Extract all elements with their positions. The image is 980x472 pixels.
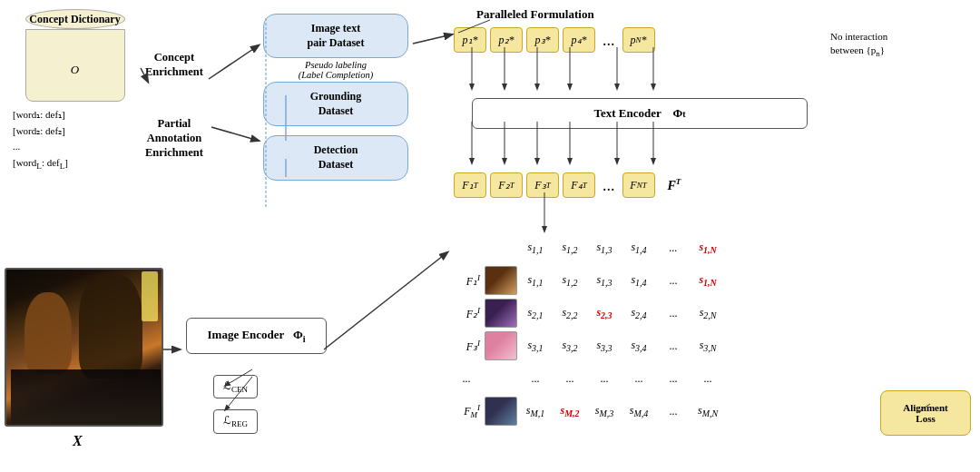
dict-entry-2: [word₂: def₂] (13, 123, 141, 140)
partial-annotation-label: PartialAnnotationEnrichment (145, 116, 203, 161)
fi1-label: F₁I (449, 264, 484, 297)
x-label: X (73, 433, 83, 449)
col-header-s14: s1,4 (622, 231, 656, 264)
thumb-2 (484, 297, 518, 329)
matrix-table: s1,1 s1,2 s1,3 s1,4 ... s1,N F₁I s1,1 s1… (449, 231, 725, 428)
sdots-2: ... (553, 362, 587, 395)
pseudo-label-text: Pseudo labeling(Label Completion) (263, 60, 408, 80)
sm1: sM,1 (518, 395, 553, 428)
p4-token: p₄* (563, 27, 595, 53)
thumb-dots (484, 362, 518, 395)
paralleled-formulation-label: Paralleled Formulation (476, 7, 594, 22)
sm2-red: sM,2 (553, 395, 587, 428)
s11: s1,1 (518, 264, 553, 297)
cylinder-icon: Concept Dictionary O (25, 9, 125, 102)
thumb-1 (484, 264, 518, 297)
svg-line-3 (209, 45, 259, 79)
s33: s3,3 (587, 329, 622, 362)
svg-line-5 (413, 34, 452, 44)
alignment-loss-box: AlignmentLoss (880, 390, 971, 436)
datasets-area: Image textpair Dataset Pseudo labeling(L… (263, 14, 408, 184)
no-interaction-label: No interactionbetween {pn} (830, 30, 939, 60)
p1-token: p₁* (454, 27, 486, 53)
matrix-row-3: F₃I s3,1 s3,2 s3,3 s3,4 ... s3,N (449, 329, 725, 362)
detection-dataset-box: DetectionDataset (263, 135, 408, 180)
col-header-s13: s1,3 (587, 231, 622, 264)
f-tokens-row: F₁T F₂T F₃T F₄T ... FNT FT (454, 172, 681, 198)
loss-cen-box: ℒCEN (213, 375, 258, 398)
col-header-s1n: s1,N (691, 231, 725, 264)
p-tokens-row: p₁* p₂* p₃* p₄* ... pN* (454, 27, 655, 53)
cylinder-body: O (25, 29, 125, 102)
p3-token: p₃* (526, 27, 559, 53)
cylinder-o-label: O (71, 63, 79, 77)
thumb-3 (484, 329, 518, 362)
text-encoder-box: Text Encoder Φt (472, 98, 808, 129)
smn: sM,N (691, 395, 725, 428)
dict-entries: [word₁: def₁] [word₂: def₂] ... [wordL: … (9, 107, 141, 173)
col-header-dots: ... (656, 231, 691, 264)
thumb-m (484, 395, 518, 428)
s3-dots: ... (656, 329, 691, 362)
f3t-token: F₃T (526, 172, 559, 198)
svg-line-4 (211, 127, 259, 141)
s1n-red: s1,N (691, 264, 725, 297)
cylinder-top: Concept Dictionary (25, 9, 125, 29)
sdots-3: ... (587, 362, 622, 395)
image-encoder-box: Image Encoder Φi (186, 318, 327, 354)
s31: s3,1 (518, 329, 553, 362)
col-header-s12: s1,2 (553, 231, 587, 264)
s1-dots: ... (656, 264, 691, 297)
grounding-dataset-box: GroundingDataset (263, 82, 408, 126)
f4t-token: F₄T (563, 172, 595, 198)
s2n: s2,N (691, 297, 725, 329)
s21: s2,1 (518, 297, 553, 329)
sdots-6: ... (691, 362, 725, 395)
s12: s1,2 (553, 264, 587, 297)
sdots-4: ... (622, 362, 656, 395)
matrix-row-2: F₂I s2,1 s2,2 s2,3 s2,4 ... s2,N (449, 297, 725, 329)
fi3-label: F₃I (449, 329, 484, 362)
cylinder-title-label: Concept Dictionary (29, 13, 120, 25)
photo-content (6, 270, 163, 427)
s3n: s3,N (691, 329, 725, 362)
p-dots: ... (603, 31, 615, 50)
s14: s1,4 (622, 264, 656, 297)
s13: s1,3 (587, 264, 622, 297)
fnt-token: FNT (622, 172, 655, 198)
sm3: sM,3 (587, 395, 622, 428)
matrix-row-dots: ... ... ... ... ... ... ... (449, 362, 725, 395)
input-photo (5, 268, 163, 427)
sdots-1: ... (518, 362, 553, 395)
main-diagram: Concept Dictionary O [word₁: def₁] [word… (0, 0, 980, 472)
dict-entry-l: [wordL: defL] (13, 155, 141, 173)
f-dots: ... (603, 176, 615, 195)
svg-line-21 (324, 252, 447, 349)
p2-token: p₂* (490, 27, 523, 53)
concept-dictionary-section: Concept Dictionary O [word₁: def₁] [word… (9, 9, 141, 173)
image-text-dataset-box: Image textpair Dataset (263, 14, 408, 58)
fim-label: FMI (449, 395, 484, 428)
ft-label: FT (668, 177, 681, 193)
s23-red: s2,3 (587, 297, 622, 329)
sdots-5: ... (656, 362, 691, 395)
s22: s2,2 (553, 297, 587, 329)
matrix-row-m: FMI sM,1 sM,2 sM,3 sM,4 ... sM,N (449, 395, 725, 428)
similarity-matrix: s1,1 s1,2 s1,3 s1,4 ... s1,N F₁I s1,1 s1… (449, 231, 939, 428)
loss-reg-box: ℒREG (213, 409, 258, 433)
concept-enrichment-label: ConceptEnrichment (145, 50, 203, 80)
sm-dots: ... (656, 395, 691, 428)
col-header-s11: s1,1 (518, 231, 553, 264)
fi-dots-label: ... (449, 362, 484, 395)
s32: s3,2 (553, 329, 587, 362)
s34: s3,4 (622, 329, 656, 362)
fi2-label: F₂I (449, 297, 484, 329)
enrichment-labels: ConceptEnrichment PartialAnnotationEnric… (145, 50, 203, 160)
sm4: sM,4 (622, 395, 656, 428)
matrix-row-1: F₁I s1,1 s1,2 s1,3 s1,4 ... s1,N (449, 264, 725, 297)
loss-boxes: ℒCEN ℒREG (213, 375, 258, 434)
dict-entry-dots: ... (13, 139, 141, 155)
f1t-token: F₁T (454, 172, 486, 198)
dict-entry-1: [word₁: def₁] (13, 107, 141, 123)
pn-token: pN* (622, 27, 655, 53)
